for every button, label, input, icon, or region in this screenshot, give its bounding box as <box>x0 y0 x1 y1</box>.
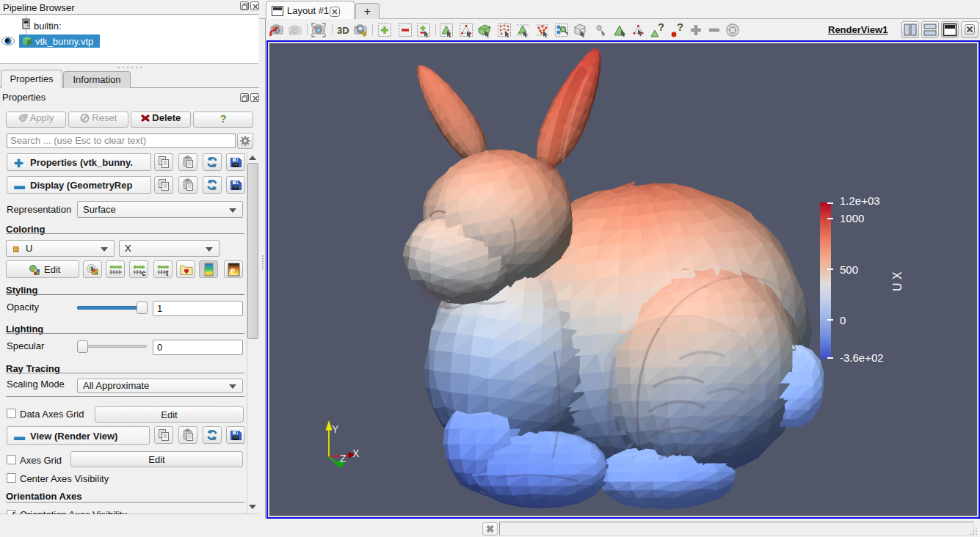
svg-text:e: e <box>231 265 235 276</box>
svg-text:?: ? <box>677 22 683 33</box>
svg-text:X: X <box>352 448 360 459</box>
svg-text:Z: Z <box>340 453 346 464</box>
svg-text:Y: Y <box>332 423 339 435</box>
svg-text:c: c <box>142 269 146 277</box>
svg-text:?: ? <box>658 22 664 33</box>
svg-text:t: t <box>166 269 169 277</box>
